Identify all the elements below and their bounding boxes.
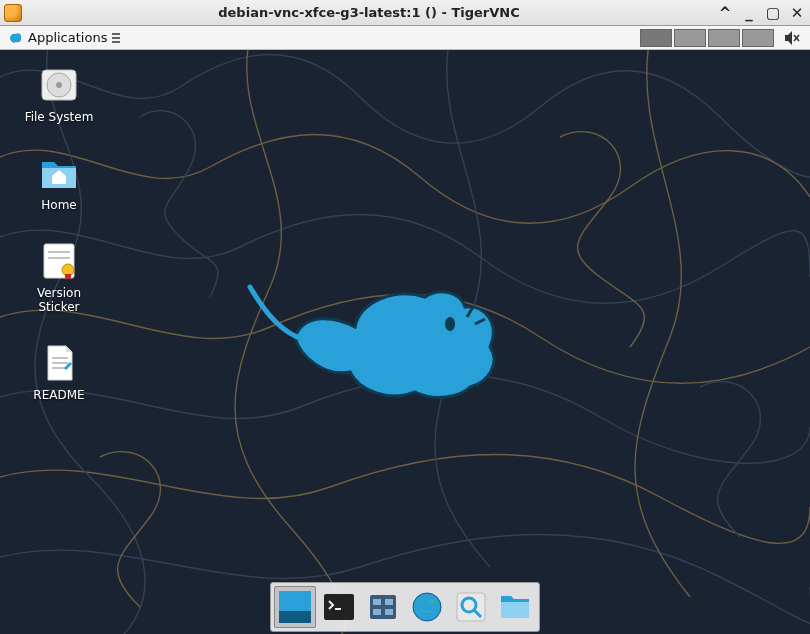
vnc-window-titlebar: debian-vnc-xfce-g3-latest:1 () - TigerVN… [0,0,810,26]
dock-web-browser[interactable] [406,586,448,628]
rollup-button[interactable]: ^ [716,4,734,22]
globe-icon [409,589,445,625]
xfce-top-panel: Applications [0,26,810,50]
desktop-icon-home[interactable]: Home [14,152,104,212]
desktop-icon-grid: File System Home Version Sticker README [14,64,104,402]
drive-icon [38,64,80,106]
dock-file-manager[interactable] [362,586,404,628]
xfce-dock [270,582,540,632]
menu-indicator-icon [111,31,121,45]
magnifier-icon [453,589,489,625]
folder-icon [497,589,533,625]
desktop-icon-version-sticker[interactable]: Version Sticker [14,240,104,314]
workspace-2[interactable] [674,29,706,47]
certificate-icon [38,240,80,282]
desktop-icon-label: Home [41,198,76,212]
applications-menu-label: Applications [28,30,107,45]
desktop-icon-readme[interactable]: README [14,342,104,402]
tigervnc-icon [4,4,22,22]
dock-app-finder[interactable] [450,586,492,628]
workspace-4[interactable] [742,29,774,47]
dock-terminal[interactable] [318,586,360,628]
close-button[interactable]: ✕ [788,4,806,22]
svg-rect-22 [373,599,381,605]
xfce-logo-icon [8,30,24,46]
workspace-switcher [640,29,774,47]
wallpaper-svg [0,50,810,634]
desktop-icon-label: File System [25,110,94,124]
applications-menu-button[interactable]: Applications [2,28,127,48]
svg-rect-18 [279,611,311,623]
dock-show-desktop[interactable] [274,586,316,628]
svg-point-1 [445,317,455,331]
maximize-button[interactable]: ▢ [764,4,782,22]
text-file-icon [38,342,80,384]
file-manager-icon [365,589,401,625]
desktop-icon-file-system[interactable]: File System [14,64,104,124]
show-desktop-icon [277,589,313,625]
svg-point-9 [56,82,62,88]
workspace-1[interactable] [640,29,672,47]
desktop-icon-label: README [33,388,84,402]
dock-directory[interactable] [494,586,536,628]
svg-rect-23 [385,599,393,605]
home-folder-icon [38,152,80,194]
minimize-button[interactable]: _ [740,4,758,22]
terminal-icon [321,589,357,625]
svg-rect-21 [370,595,396,619]
audio-muted-icon [783,29,801,47]
remote-desktop: Applications Fil [0,26,810,634]
workspace-3[interactable] [708,29,740,47]
svg-rect-24 [373,609,381,615]
audio-volume-button[interactable] [782,28,802,48]
desktop-wallpaper[interactable] [0,50,810,634]
window-title: debian-vnc-xfce-g3-latest:1 () - TigerVN… [28,5,710,20]
svg-rect-25 [385,609,393,615]
svg-rect-19 [324,594,354,620]
desktop-icon-label: Version Sticker [37,286,81,314]
